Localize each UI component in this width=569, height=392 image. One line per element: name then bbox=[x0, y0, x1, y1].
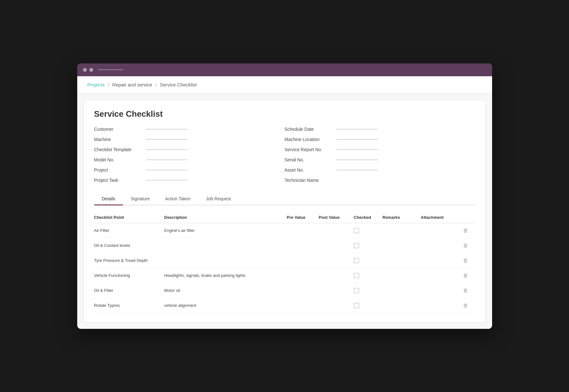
delete-row-4[interactable]: 🗑 bbox=[456, 288, 475, 293]
breadcrumb: Projects / Repair and service / Service … bbox=[77, 76, 492, 93]
delete-row-0[interactable]: 🗑 bbox=[456, 228, 475, 233]
form-row-technician: Technician Name bbox=[285, 178, 475, 183]
delete-row-3[interactable]: 🗑 bbox=[456, 273, 475, 278]
td-checked-1[interactable] bbox=[354, 243, 383, 248]
breadcrumb-checklist: Service Checklist bbox=[160, 82, 197, 87]
value-customer bbox=[146, 129, 187, 129]
form-row-machine: Machine bbox=[94, 137, 285, 142]
td-desc-3: Headlights, signals, brake and parking l… bbox=[164, 273, 287, 278]
label-customer: Customer bbox=[94, 127, 142, 132]
td-checked-0[interactable] bbox=[354, 228, 383, 233]
th-actions bbox=[456, 215, 475, 220]
label-model-no: Model No. bbox=[94, 157, 142, 162]
checkbox-3[interactable] bbox=[354, 273, 359, 278]
label-checklist-template: Checklist Template bbox=[94, 147, 142, 152]
label-serial-no: Serial No. bbox=[285, 157, 333, 162]
form-row-serial-no: Serial No. bbox=[285, 157, 475, 162]
form-row-machine-location: Machine Location bbox=[285, 137, 475, 142]
label-machine-location: Machine Location bbox=[285, 137, 333, 142]
checkbox-2[interactable] bbox=[354, 258, 359, 263]
td-point-1: Oil & Coolant levels bbox=[94, 243, 164, 248]
td-desc-5: vehicle alignment bbox=[164, 303, 287, 308]
th-remarks: Remarks bbox=[383, 215, 421, 220]
form-grid: Customer Machine Checklist Template Mode… bbox=[94, 127, 475, 183]
content-area: Service Checklist Customer Machine Check… bbox=[77, 93, 492, 329]
titlebar-line bbox=[98, 69, 123, 70]
value-checklist-template bbox=[146, 149, 187, 150]
tabs-container: Details Signature Action Taken Job Reque… bbox=[94, 193, 475, 205]
value-project bbox=[146, 170, 187, 170]
value-project-task bbox=[146, 180, 187, 181]
checkbox-0[interactable] bbox=[354, 228, 359, 233]
tab-details[interactable]: Details bbox=[94, 193, 123, 205]
th-description: Description bbox=[164, 215, 287, 220]
td-point-5: Rotate Typres bbox=[94, 303, 164, 308]
tab-job-request[interactable]: Job Request bbox=[198, 193, 239, 205]
label-project-task: Project Task bbox=[94, 178, 142, 183]
value-schedule-date bbox=[336, 129, 378, 129]
td-point-4: Oil & Filter bbox=[94, 288, 164, 293]
delete-row-5[interactable]: 🗑 bbox=[456, 303, 475, 308]
checkbox-4[interactable] bbox=[354, 288, 359, 293]
app-window: Projects / Repair and service / Service … bbox=[77, 63, 492, 329]
tab-signature[interactable]: Signature bbox=[123, 193, 157, 205]
form-row-service-report: Service Report No. bbox=[285, 147, 475, 152]
table-row: Oil & Filter Motor oil 🗑 bbox=[94, 283, 475, 298]
checkbox-5[interactable] bbox=[354, 303, 359, 308]
form-row-project-task: Project Task bbox=[94, 178, 285, 183]
th-checked: Checked bbox=[354, 215, 383, 220]
value-asset-no bbox=[336, 170, 378, 170]
breadcrumb-sep-1: / bbox=[108, 82, 109, 87]
titlebar-dot-1 bbox=[83, 68, 87, 72]
td-point-2: Tyre Pressure & Tread Depth bbox=[94, 258, 164, 263]
breadcrumb-repair: Repair and service bbox=[112, 82, 152, 87]
th-checklist-point: Checklist Point bbox=[94, 215, 164, 220]
value-machine-location bbox=[336, 139, 378, 140]
td-checked-4[interactable] bbox=[354, 288, 383, 293]
form-row-customer: Customer bbox=[94, 127, 285, 132]
form-row-project: Project bbox=[94, 167, 285, 173]
table-row: Rotate Typres vehicle alignment 🗑 bbox=[94, 298, 475, 313]
label-asset-no: Asset No. bbox=[285, 167, 333, 173]
main-card: Service Checklist Customer Machine Check… bbox=[84, 100, 486, 322]
breadcrumb-sep-2: / bbox=[155, 82, 157, 87]
th-pre-value: Pre Value bbox=[287, 215, 319, 220]
delete-row-1[interactable]: 🗑 bbox=[456, 243, 475, 248]
table-row: Vehicle Functioning Headlights, signals,… bbox=[94, 268, 475, 283]
table-header: Checklist Point Description Pre Value Po… bbox=[94, 212, 475, 223]
td-checked-3[interactable] bbox=[354, 273, 383, 278]
form-left-col: Customer Machine Checklist Template Mode… bbox=[94, 127, 285, 183]
titlebar bbox=[77, 63, 492, 76]
form-row-asset-no: Asset No. bbox=[285, 167, 475, 173]
form-right-col: Schedule Date Machine Location Service R… bbox=[285, 127, 475, 183]
label-schedule-date: Schedule Date bbox=[285, 127, 333, 132]
label-technician: Technician Name bbox=[285, 178, 333, 183]
value-model-no bbox=[146, 159, 187, 160]
table-row: Tyre Pressure & Tread Depth 🗑 bbox=[94, 253, 475, 268]
th-post-value: Post Value bbox=[319, 215, 354, 220]
form-row-model-no: Model No. bbox=[94, 157, 285, 162]
titlebar-dot-2 bbox=[89, 68, 93, 72]
label-service-report: Service Report No. bbox=[285, 147, 333, 152]
page-title: Service Checklist bbox=[94, 109, 475, 119]
form-row-checklist-template: Checklist Template bbox=[94, 147, 285, 152]
label-machine: Machine bbox=[94, 137, 142, 142]
breadcrumb-projects[interactable]: Projects bbox=[87, 82, 105, 87]
delete-row-2[interactable]: 🗑 bbox=[456, 258, 475, 263]
form-row-schedule-date: Schedule Date bbox=[285, 127, 475, 132]
td-checked-5[interactable] bbox=[354, 303, 383, 308]
td-point-0: Air Filter bbox=[94, 228, 164, 233]
table-row: Oil & Coolant levels 🗑 bbox=[94, 238, 475, 253]
label-project: Project bbox=[94, 167, 142, 173]
th-attachment: Attachment bbox=[421, 215, 456, 220]
td-checked-2[interactable] bbox=[354, 258, 383, 263]
td-desc-4: Motor oil bbox=[164, 288, 287, 293]
value-serial-no bbox=[336, 159, 378, 160]
tab-action-taken[interactable]: Action Taken bbox=[157, 193, 198, 205]
value-machine bbox=[146, 139, 187, 140]
table-row: Air Filter Engine's air filter 🗑 bbox=[94, 223, 475, 238]
td-desc-0: Engine's air filter bbox=[164, 228, 287, 233]
checkbox-1[interactable] bbox=[354, 243, 359, 248]
td-point-3: Vehicle Functioning bbox=[94, 273, 164, 278]
value-service-report bbox=[336, 149, 378, 150]
